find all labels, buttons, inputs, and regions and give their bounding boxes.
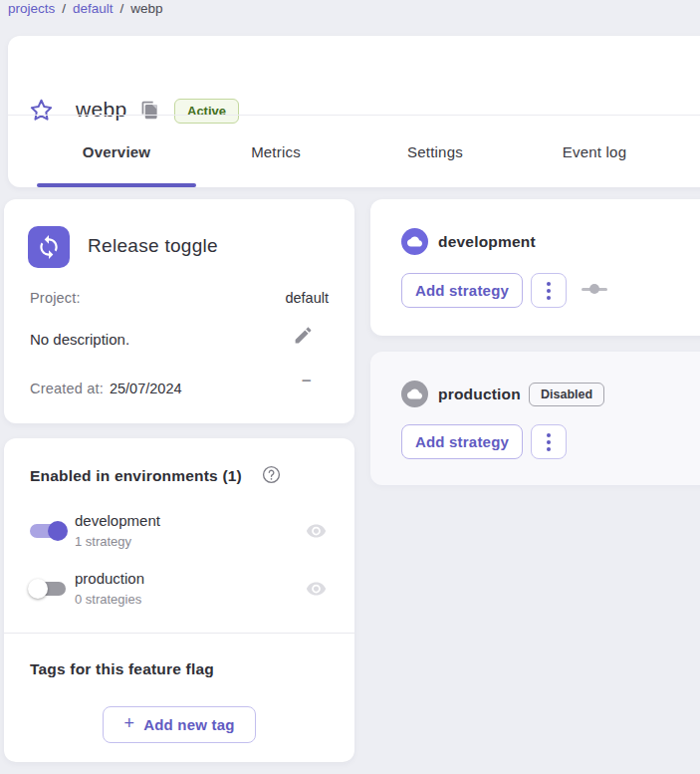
environment-menu-button-production[interactable]	[531, 424, 567, 459]
breadcrumb-current: webp	[130, 1, 162, 16]
flag-details-card: Release toggle Project: default No descr…	[4, 199, 354, 423]
drag-handle-icon[interactable]	[582, 284, 607, 294]
env-row-strategies-production: 0 strategies	[75, 592, 141, 607]
collapse-details-button[interactable]: –	[302, 371, 311, 390]
tab-overview[interactable]: Overview	[37, 116, 196, 187]
kebab-icon	[547, 282, 551, 300]
edit-description-icon[interactable]	[293, 325, 314, 346]
production-cloud-icon	[401, 381, 428, 407]
environment-menu-button-development[interactable]	[531, 273, 567, 308]
tags-divider	[4, 633, 354, 634]
toggle-thumb	[48, 521, 68, 541]
toggle-thumb	[28, 579, 48, 599]
breadcrumb-separator: /	[62, 1, 66, 16]
tab-event-log[interactable]: Event log	[515, 116, 674, 187]
breadcrumb: projects/default/webp	[8, 1, 163, 16]
enabled-environments-title: Enabled in environments (1)	[30, 467, 242, 485]
env-row-name-production: production	[75, 570, 144, 587]
tab-bar: Overview Metrics Settings Event log	[37, 116, 674, 187]
breadcrumb-projects[interactable]: projects	[8, 1, 55, 16]
feature-flag-page: projects/default/webp webp Active Overvi…	[0, 0, 700, 774]
sync-icon	[36, 234, 62, 260]
breadcrumb-separator: /	[120, 1, 124, 16]
tab-metrics[interactable]: Metrics	[196, 116, 355, 187]
visibility-icon-development[interactable]	[306, 523, 327, 539]
project-value: default	[285, 290, 329, 306]
created-at-value: 25/07/2024	[110, 381, 182, 396]
breadcrumb-default[interactable]: default	[73, 1, 114, 16]
environment-name-development: development	[438, 233, 536, 251]
env-row-name-development: development	[75, 512, 160, 529]
environment-card-production: production Disabled Add strategy	[370, 352, 700, 485]
environment-name-production: production	[438, 386, 521, 403]
env-row-strategies-development: 1 strategy	[75, 534, 131, 549]
tab-settings[interactable]: Settings	[355, 116, 515, 187]
toggle-development[interactable]	[28, 521, 68, 541]
plus-icon: +	[123, 713, 134, 734]
environment-card-development: development Add strategy	[370, 199, 700, 336]
add-strategy-button-production[interactable]: Add strategy	[401, 424, 523, 459]
add-new-tag-label: Add new tag	[143, 716, 234, 733]
enabled-environments-card: Enabled in environments (1) development …	[4, 438, 354, 762]
flag-type-label: Release toggle	[88, 235, 218, 257]
help-icon[interactable]	[262, 465, 281, 484]
tags-section-title: Tags for this feature flag	[30, 660, 214, 678]
created-at-row: Created at:25/07/2024	[30, 381, 182, 396]
disabled-badge: Disabled	[529, 383, 604, 406]
add-strategy-button-development[interactable]: Add strategy	[401, 273, 523, 308]
flag-header-card: webp Active Overview Metrics Settings Ev…	[8, 36, 700, 187]
add-new-tag-button[interactable]: + Add new tag	[103, 706, 256, 743]
kebab-icon	[547, 433, 551, 451]
visibility-icon-production[interactable]	[306, 581, 327, 597]
development-cloud-icon	[401, 228, 428, 255]
created-at-label: Created at:	[30, 381, 104, 396]
project-label: Project:	[30, 290, 81, 306]
release-toggle-icon	[28, 226, 70, 268]
toggle-production[interactable]	[28, 579, 68, 599]
description-text: No description.	[30, 331, 129, 348]
